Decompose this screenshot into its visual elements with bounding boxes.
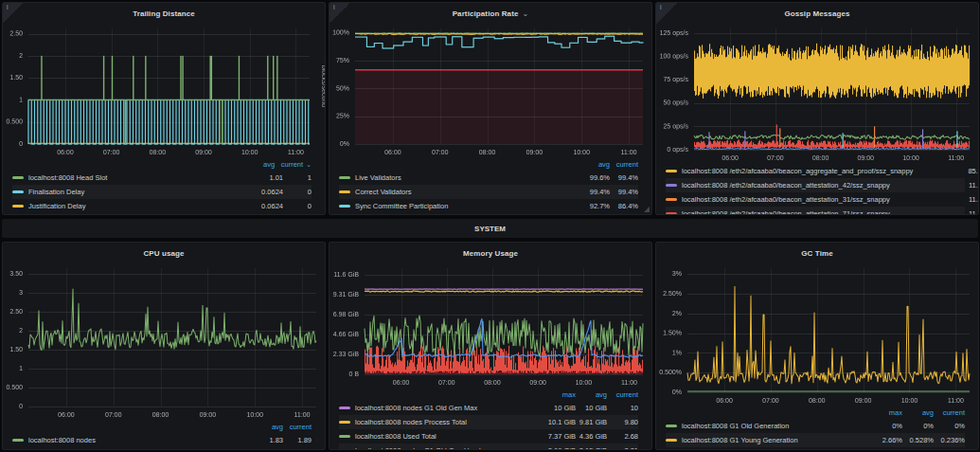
- panel-title-cpu-usage[interactable]: CPU usage: [3, 243, 325, 263]
- legend-item[interactable]: Finalisation Delay0.06240: [12, 185, 312, 199]
- legend-series-name: localhost:8008 nodes G1 Old Gen Used: [355, 446, 547, 449]
- legend-sort-avg[interactable]: avg: [241, 160, 275, 169]
- legend-item[interactable]: localhost:8008 /eth2/afcaaba0/beacon_agg…: [666, 164, 965, 178]
- panel-title-text: CPU usage: [143, 249, 184, 258]
- legend-sort-current[interactable]: current: [934, 408, 965, 417]
- legend-value: 92.7%: [576, 202, 610, 210]
- legend-value: 0: [283, 188, 312, 196]
- legend-value: 0.528%: [902, 436, 934, 444]
- legend-item[interactable]: localhost:8008 nodes G1 Old Gen Used2.66…: [339, 443, 638, 449]
- series-color-swatch: [666, 425, 677, 427]
- legend-sort-current[interactable]: current: [610, 160, 638, 169]
- legend-value: 85.9: [959, 167, 978, 175]
- panel-resize-handle[interactable]: [644, 207, 650, 212]
- chart-participation-rate[interactable]: [330, 24, 651, 158]
- chart-trailing-distance[interactable]: [3, 24, 325, 158]
- panel-info-icon[interactable]: i: [3, 3, 24, 24]
- legend-item[interactable]: Correct Validators99.4%99.4%: [339, 185, 638, 199]
- panel-info-icon[interactable]: i: [656, 3, 677, 24]
- legend-item[interactable]: localhost:8008 /eth2/afcaaba0/beacon_att…: [666, 178, 965, 192]
- panel-title-gossip-messages[interactable]: Gossip Messages: [656, 3, 978, 24]
- series-color-swatch: [339, 407, 350, 409]
- info-icon: i: [660, 4, 662, 10]
- legend-gc-time: maxavgcurrentlocalhost:8008 G1 Old Gener…: [656, 407, 978, 449]
- legend-item[interactable]: localhost:8008 Head Slot1.011: [12, 171, 312, 185]
- panel-title-text: Memory Usage: [463, 249, 518, 258]
- legend-trailing-distance: avgcurrent⌄localhost:8008 Head Slot1.011…: [3, 158, 325, 214]
- series-color-swatch: [339, 190, 350, 193]
- legend-value: 0: [283, 202, 312, 210]
- sort-caret-icon: ⌄: [306, 161, 312, 169]
- legend-sort-current[interactable]: current: [607, 390, 638, 399]
- legend-series-name: localhost:8008 nodes G1 Old Gen Max: [355, 404, 547, 412]
- legend-header: avgcurrent: [12, 421, 312, 433]
- legend-sort-avg[interactable]: avg: [902, 408, 934, 417]
- legend-series-name: Sync Committee Participation: [355, 202, 576, 210]
- legend-value: 2.66%: [874, 436, 902, 444]
- legend-item[interactable]: localhost:8008 /eth2/afcaaba0/beacon_att…: [666, 207, 965, 214]
- legend-item[interactable]: localhost:8008 G1 Young Generation2.66%0…: [666, 433, 965, 447]
- legend-series-name: Finalisation Delay: [28, 188, 249, 196]
- legend-header: maxavgcurrent: [666, 407, 965, 419]
- panel-title-memory-usage[interactable]: Memory Usage: [330, 243, 651, 263]
- legend-value: 0%: [874, 422, 902, 430]
- legend-value: 0.0624: [249, 188, 283, 196]
- panel-title-text: Trailing Distance: [133, 9, 195, 18]
- legend-item[interactable]: localhost:8008 nodes G1 Old Gen Max10 Gi…: [339, 401, 638, 415]
- series-color-swatch: [666, 170, 677, 172]
- legend-value: 0%: [934, 422, 965, 430]
- series-color-swatch: [12, 176, 24, 179]
- legend-memory-usage: maxavgcurrentlocalhost:8008 nodes G1 Old…: [330, 389, 651, 449]
- legend-value: 99.4%: [576, 188, 610, 196]
- legend-value: 2.31: [607, 446, 638, 449]
- legend-item[interactable]: Live Validators99.6%99.4%: [339, 171, 638, 185]
- grafana-dashboard: SYSTEM iTrailing Distanceavgcurrent⌄loca…: [0, 0, 980, 452]
- legend-sort-max[interactable]: max: [874, 408, 902, 417]
- legend-value: 0%: [902, 422, 934, 430]
- legend-item[interactable]: localhost:8008 G1 Old Generation0%0%0%: [666, 419, 965, 433]
- legend-item[interactable]: Justification Delay0.06240: [12, 199, 312, 213]
- legend-series-name: Live Validators: [355, 173, 576, 182]
- legend-series-name: localhost:8008 G1 Young Generation: [682, 436, 874, 444]
- chart-gossip-messages[interactable]: [656, 24, 978, 164]
- series-color-swatch: [339, 435, 350, 438]
- legend-item[interactable]: localhost:8008 nodes1.831.89: [12, 433, 312, 447]
- legend-series-name: localhost:8008 Head Slot: [28, 173, 249, 182]
- panel-title-gc-time[interactable]: GC Time: [656, 243, 978, 263]
- legend-value: 2.68: [607, 432, 638, 441]
- legend-value: 86.4%: [610, 202, 638, 210]
- legend-value: 99.4%: [610, 173, 638, 182]
- legend-gossip-messages: localhost:8008 /eth2/afcaaba0/beacon_agg…: [656, 164, 978, 214]
- row-title-system[interactable]: SYSTEM: [2, 219, 978, 238]
- legend-series-name: localhost:8008 G1 Old Generation: [682, 422, 874, 430]
- series-color-swatch: [666, 212, 677, 214]
- chart-gc-time[interactable]: [656, 263, 978, 407]
- chart-cpu-usage[interactable]: [3, 263, 325, 421]
- info-icon: i: [333, 4, 335, 10]
- legend-sort-avg[interactable]: avg: [576, 160, 610, 169]
- series-color-swatch: [666, 184, 677, 187]
- legend-sort-current[interactable]: current: [283, 423, 312, 431]
- legend-sort-avg[interactable]: avg: [576, 390, 607, 399]
- legend-series-name: Correct Validators: [355, 188, 576, 196]
- legend-sort-avg[interactable]: avg: [249, 423, 283, 431]
- legend-item[interactable]: localhost:8008 Used Total7.37 GiB4.36 Gi…: [339, 429, 638, 443]
- legend-item[interactable]: Sync Committee Participation92.7%86.4%: [339, 199, 638, 213]
- legend-value: 2.66 GiB: [547, 446, 576, 449]
- panel-title-text: Gossip Messages: [784, 9, 849, 18]
- legend-header: avgcurrent: [339, 158, 638, 171]
- legend-sort-max[interactable]: max: [547, 390, 576, 399]
- legend-series-name: localhost:8008 /eth2/afcaaba0/beacon_agg…: [682, 167, 959, 175]
- legend-series-name: localhost:8008 nodes: [28, 436, 249, 444]
- panel-memory-usage: Memory Usagemaxavgcurrentlocalhost:8008 …: [329, 242, 652, 450]
- legend-sort-current[interactable]: current: [275, 160, 303, 169]
- panel-title-trailing-distance[interactable]: Trailing Distance: [3, 3, 325, 24]
- panel-trailing-distance: iTrailing Distanceavgcurrent⌄localhost:8…: [2, 2, 326, 215]
- panel-title-participation-rate[interactable]: Participation Rate⌄: [330, 3, 651, 24]
- legend-item[interactable]: localhost:8008 /eth2/afcaaba0/beacon_att…: [666, 192, 965, 207]
- series-color-swatch: [12, 190, 24, 193]
- chart-memory-usage[interactable]: [330, 263, 651, 389]
- legend-item[interactable]: localhost:8008 nodes Process Total10.1 G…: [339, 415, 638, 429]
- panel-info-icon[interactable]: i: [330, 3, 350, 24]
- legend-value: 4.36 GiB: [576, 432, 607, 441]
